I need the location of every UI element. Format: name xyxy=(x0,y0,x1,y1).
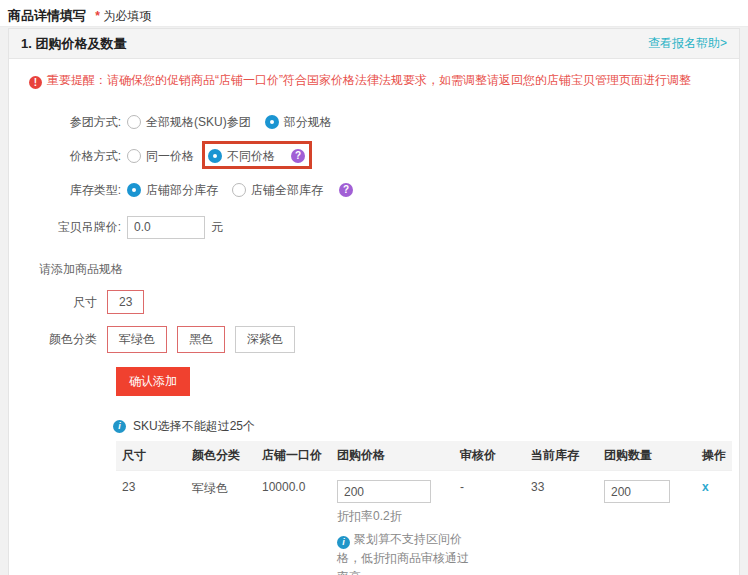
cell-group-qty xyxy=(598,471,696,575)
radio-option-same-price[interactable]: 同一价格 xyxy=(127,148,194,165)
size-spec-row: 尺寸 23 xyxy=(9,290,739,314)
price-mode-row: 价格方式: 同一价格 不同价格 ? xyxy=(9,141,739,171)
confirm-add-button[interactable]: 确认添加 xyxy=(116,367,190,396)
warning-banner: !重要提醒：请确保您的促销商品“店铺一口价”符合国家价格法律法规要求，如需调整请… xyxy=(29,72,739,89)
col-header-group-price: 团购价格 xyxy=(331,441,454,471)
col-header-shop-price: 店铺一口价 xyxy=(256,441,331,471)
panel-body: !重要提醒：请确保您的促销商品“店铺一口价”符合国家价格法律法规要求，如需调整请… xyxy=(9,72,739,575)
color-option-army-green[interactable]: 军绿色 xyxy=(107,326,167,353)
col-header-color: 颜色分类 xyxy=(186,441,256,471)
radio-option-label: 全部规格(SKU)参团 xyxy=(146,114,251,131)
sku-table: 尺寸 颜色分类 店铺一口价 团购价格 审核价 当前库存 团购数量 操作 23 军… xyxy=(116,441,732,575)
price-option-different-wrap: 不同价格 ? xyxy=(208,148,305,165)
stock-type-label: 库存类型: xyxy=(9,182,121,199)
radio-option-label: 部分规格 xyxy=(284,114,332,131)
alert-icon: ! xyxy=(29,76,42,89)
radio-option-partial-sku[interactable]: 部分规格 xyxy=(265,114,332,131)
radio-option-different-price[interactable]: 不同价格 xyxy=(208,148,275,165)
radio-option-all-stock[interactable]: 店铺全部库存 xyxy=(232,182,323,199)
col-header-current-stock: 当前库存 xyxy=(525,441,598,471)
color-spec-row: 颜色分类 军绿色 黑色 深紫色 xyxy=(9,326,739,353)
discount-rate-text: 折扣率0.2折 xyxy=(337,508,448,525)
radio-selected-icon[interactable] xyxy=(208,149,222,163)
price-tip-text: 聚划算不支持区间价格，低折扣商品审核通过率高 xyxy=(337,532,469,575)
radio-unselected-icon[interactable] xyxy=(232,183,246,197)
warning-text: 重要提醒：请确保您的促销商品“店铺一口价”符合国家价格法律法规要求，如需调整请返… xyxy=(47,73,691,87)
signup-help-link[interactable]: 查看报名帮助> xyxy=(648,35,727,52)
stock-type-row: 库存类型: 店铺部分库存 店铺全部库存 ? xyxy=(9,175,739,205)
cell-shop-price: 10000.0 xyxy=(256,471,331,575)
size-option-23[interactable]: 23 xyxy=(107,290,144,314)
color-option-black[interactable]: 黑色 xyxy=(177,326,225,353)
color-option-dark-purple[interactable]: 深紫色 xyxy=(235,326,295,353)
spec-add-title: 请添加商品规格 xyxy=(39,261,739,278)
radio-unselected-icon[interactable] xyxy=(127,115,141,129)
tag-price-row: 宝贝吊牌价: 元 xyxy=(9,209,739,245)
product-detail-page: 商品详情填写 * 为必填项 1. 团购价格及数量 查看报名帮助> !重要提醒：请… xyxy=(0,0,748,575)
tag-price-label: 宝贝吊牌价: xyxy=(9,219,121,236)
page-header: 商品详情填写 * 为必填项 xyxy=(0,0,748,27)
page-title: 商品详情填写 xyxy=(8,8,86,23)
sku-limit-text: SKU选择不能超过25个 xyxy=(133,418,255,435)
info-icon: i xyxy=(337,536,350,549)
section-title: 1. 团购价格及数量 xyxy=(21,35,126,53)
stock-type-help-icon[interactable]: ? xyxy=(339,183,353,197)
group-qty-input[interactable] xyxy=(604,480,670,503)
col-header-review-price: 审核价 xyxy=(454,441,525,471)
delete-row-link[interactable]: x xyxy=(702,480,709,494)
table-header-row: 尺寸 颜色分类 店铺一口价 团购价格 审核价 当前库存 团购数量 操作 xyxy=(116,441,732,471)
sku-row-army-green: 23 军绿色 10000.0 折扣率0.2折 i聚划算不支持区间价格，低折扣商品… xyxy=(116,471,732,575)
tag-price-input[interactable] xyxy=(127,216,205,239)
col-header-size: 尺寸 xyxy=(116,441,186,471)
group-price-input[interactable] xyxy=(337,480,431,503)
col-header-action: 操作 xyxy=(696,441,732,471)
join-mode-label: 参团方式: xyxy=(9,114,121,131)
radio-selected-icon[interactable] xyxy=(265,115,279,129)
cell-action: x xyxy=(696,471,732,575)
cell-group-price: 折扣率0.2折 i聚划算不支持区间价格，低折扣商品审核通过率高 xyxy=(331,471,454,575)
color-label: 颜色分类 xyxy=(9,331,97,348)
radio-option-all-sku[interactable]: 全部规格(SKU)参团 xyxy=(127,114,251,131)
info-icon: i xyxy=(113,420,126,433)
radio-option-label: 同一价格 xyxy=(146,148,194,165)
radio-selected-icon[interactable] xyxy=(127,183,141,197)
sku-limit-note: i SKU选择不能超过25个 xyxy=(113,418,739,435)
cell-size: 23 xyxy=(116,471,186,575)
col-header-group-qty: 团购数量 xyxy=(598,441,696,471)
radio-option-label: 店铺全部库存 xyxy=(251,182,323,199)
radio-option-partial-stock[interactable]: 店铺部分库存 xyxy=(127,182,218,199)
cell-color: 军绿色 xyxy=(186,471,256,575)
group-price-panel: 1. 团购价格及数量 查看报名帮助> !重要提醒：请确保您的促销商品“店铺一口价… xyxy=(8,28,740,575)
required-note: 为必填项 xyxy=(103,9,151,23)
radio-option-label: 不同价格 xyxy=(227,148,275,165)
join-mode-row: 参团方式: 全部规格(SKU)参团 部分规格 xyxy=(9,107,739,137)
radio-option-label: 店铺部分库存 xyxy=(146,182,218,199)
price-tip: i聚划算不支持区间价格，低折扣商品审核通过率高 xyxy=(337,530,479,575)
required-asterisk: * xyxy=(95,9,100,23)
size-label: 尺寸 xyxy=(9,294,97,311)
price-mode-help-icon[interactable]: ? xyxy=(291,149,305,163)
tag-price-unit: 元 xyxy=(211,219,223,236)
radio-unselected-icon[interactable] xyxy=(127,149,141,163)
cell-current-stock: 33 xyxy=(525,471,598,575)
price-mode-label: 价格方式: xyxy=(9,148,121,165)
panel-header: 1. 团购价格及数量 查看报名帮助> xyxy=(9,29,739,59)
